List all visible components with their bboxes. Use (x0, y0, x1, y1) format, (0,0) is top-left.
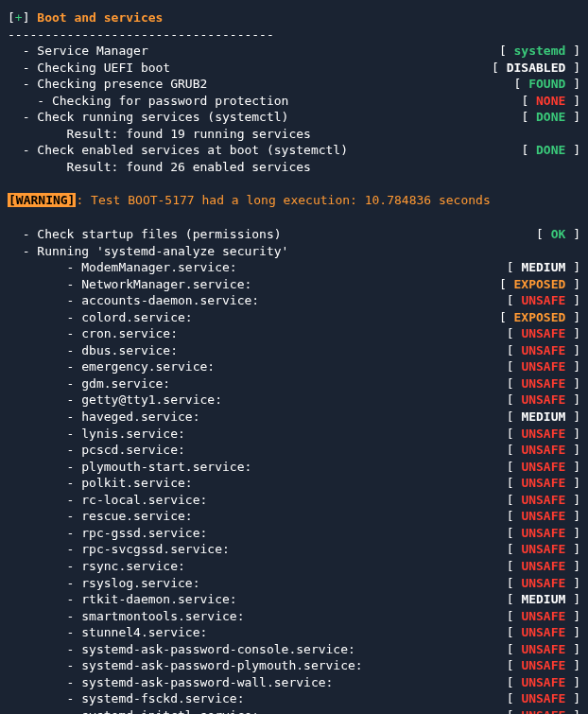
result-running: Result: found 19 running services (8, 126, 580, 143)
service-label: - stunnel4.service: (8, 624, 207, 641)
bracket-open: [ (536, 227, 551, 241)
status-value: UNSAFE (521, 326, 565, 340)
status-value: UNSAFE (521, 708, 565, 714)
bracket-open: [ (507, 443, 522, 457)
service-row: - accounts-daemon.service:[ UNSAFE ] (8, 292, 580, 309)
service-row: - lynis.service:[ UNSAFE ] (8, 426, 580, 443)
bracket-close: ] (565, 143, 580, 157)
service-label: - plymouth-start.service: (8, 459, 251, 476)
gap (8, 209, 580, 226)
service-status: [ UNSAFE ] (507, 690, 580, 707)
service-label: - rpc-svcgssd.service: (8, 541, 230, 558)
spacer (207, 492, 506, 509)
spacer (348, 142, 521, 159)
spacer (148, 43, 499, 60)
check-row: - Check running services (systemctl)[ DO… (8, 109, 580, 126)
status-value: MEDIUM (521, 409, 565, 424)
status-value: UNSAFE (521, 658, 565, 672)
spacer (207, 624, 506, 641)
service-status: [ UNSAFE ] (507, 558, 580, 575)
bracket-close: ] (565, 476, 580, 490)
service-status: [ UNSAFE ] (507, 657, 580, 674)
spacer (207, 525, 506, 542)
service-label: - gdm.service: (8, 375, 170, 392)
bracket-open: [ (507, 460, 522, 474)
bracket-close: ] (565, 609, 580, 623)
bracket-close: ] (565, 44, 580, 58)
status-value: UNSAFE (521, 493, 565, 507)
running-analyze: - Running 'systemd-analyze security' (8, 243, 580, 260)
spacer (244, 608, 506, 625)
bracket-open: [ (507, 427, 522, 441)
bracket-close: ] (565, 658, 580, 672)
bracket-open: [ (514, 77, 529, 91)
spacer (185, 442, 507, 459)
check-status: [ systemd ] (499, 43, 580, 60)
service-status: [ UNSAFE ] (507, 508, 580, 525)
service-row: - haveged.service:[ MEDIUM ] (8, 409, 580, 426)
bracket-open: [ (507, 658, 522, 672)
status-value: UNSAFE (521, 293, 565, 307)
bracket-close: ] (23, 10, 38, 25)
bracket-close: ] (565, 576, 580, 590)
service-status: [ UNSAFE ] (507, 475, 580, 492)
bracket-open: [ (507, 642, 522, 656)
bracket-close: ] (565, 625, 580, 639)
service-label: - lynis.service: (8, 426, 185, 443)
bracket-close: ] (565, 708, 580, 714)
bracket-open: [ (507, 493, 522, 507)
service-label: - systemd-fsckd.service: (8, 690, 244, 707)
check-row: - Checking presence GRUB2[ FOUND ] (8, 76, 580, 93)
service-status: [ MEDIUM ] (507, 409, 580, 426)
bracket-close: ] (565, 293, 580, 307)
service-label: - rsyslog.service: (8, 575, 200, 592)
warning-text: Test BOOT-5177 had a long execution: 10.… (83, 193, 490, 207)
status-value: UNSAFE (521, 392, 565, 407)
check-label: - Checking presence GRUB2 (8, 76, 207, 93)
service-row: - smartmontools.service:[ UNSAFE ] (8, 608, 580, 625)
service-row: - rsyslog.service:[ UNSAFE ] (8, 575, 580, 592)
service-label: - systemd-ask-password-plymouth.service: (8, 657, 363, 674)
gap (8, 175, 580, 192)
status-value: DISABLED (507, 61, 566, 75)
plus-icon: + (15, 10, 23, 25)
spacer (178, 325, 507, 342)
bracket-close: ] (565, 642, 580, 656)
status-value: UNSAFE (521, 343, 565, 357)
bracket-close: ] (565, 409, 580, 424)
status-value: UNSAFE (521, 625, 565, 639)
service-row: - ModemManager.service:[ MEDIUM ] (8, 259, 580, 276)
service-row: - systemd-fsckd.service:[ UNSAFE ] (8, 690, 580, 707)
spacer (259, 292, 507, 309)
spacer (193, 475, 507, 492)
status-value: MEDIUM (521, 260, 565, 274)
service-row: - cron.service:[ UNSAFE ] (8, 325, 580, 342)
bracket-close: ] (565, 110, 580, 124)
service-label: - NetworkManager.service: (8, 276, 251, 293)
check-row: - Checking UEFI boot[ DISABLED ] (8, 60, 580, 77)
bracket-close: ] (565, 460, 580, 474)
status-value: UNSAFE (521, 427, 565, 441)
service-row: - rpc-gssd.service:[ UNSAFE ] (8, 525, 580, 542)
service-row: - systemd-ask-password-plymouth.service:… (8, 657, 580, 674)
mid-checks: - Check startup files (permissions)[ OK … (8, 226, 580, 243)
bracket-open: [ (521, 143, 536, 157)
spacer (185, 426, 507, 443)
warning-badge: [WARNING] (8, 193, 76, 207)
spacer (355, 641, 507, 658)
check-row: - Check startup files (permissions)[ OK … (8, 226, 580, 243)
service-row: - rsync.service:[ UNSAFE ] (8, 558, 580, 575)
spacer (237, 259, 507, 276)
bracket-close: ] (565, 376, 580, 391)
bracket-open: [ (507, 343, 522, 357)
status-value: UNSAFE (521, 642, 565, 656)
check-row: - Checking for password protection[ NONE… (8, 93, 580, 110)
bracket-open: [ (521, 94, 536, 108)
spacer (193, 508, 507, 525)
bracket-open: [ (507, 559, 522, 573)
bracket-open: [ (507, 326, 522, 340)
bracket-open: [ (507, 409, 522, 424)
service-row: - rpc-svcgssd.service:[ UNSAFE ] (8, 541, 580, 558)
spacer (178, 342, 507, 359)
bracket-close: ] (565, 94, 580, 108)
